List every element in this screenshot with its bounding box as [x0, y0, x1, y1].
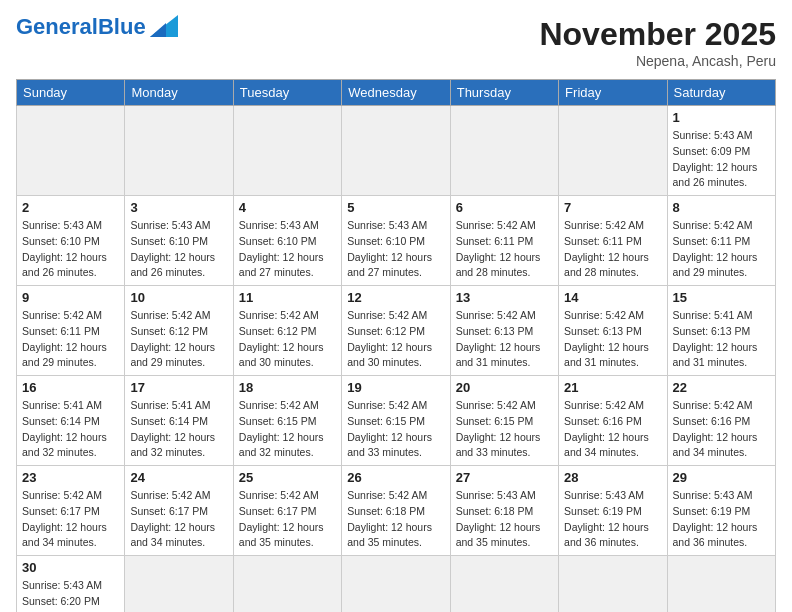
table-row: 27Sunrise: 5:43 AM Sunset: 6:18 PM Dayli…: [450, 466, 558, 556]
table-row: 4Sunrise: 5:43 AM Sunset: 6:10 PM Daylig…: [233, 196, 341, 286]
day-info: Sunrise: 5:42 AM Sunset: 6:18 PM Dayligh…: [347, 488, 444, 551]
day-info: Sunrise: 5:42 AM Sunset: 6:11 PM Dayligh…: [22, 308, 119, 371]
table-row: [125, 106, 233, 196]
day-info: Sunrise: 5:43 AM Sunset: 6:10 PM Dayligh…: [22, 218, 119, 281]
day-number: 6: [456, 200, 553, 215]
day-info: Sunrise: 5:42 AM Sunset: 6:11 PM Dayligh…: [564, 218, 661, 281]
day-info: Sunrise: 5:43 AM Sunset: 6:20 PM Dayligh…: [22, 578, 119, 612]
table-row: 9Sunrise: 5:42 AM Sunset: 6:11 PM Daylig…: [17, 286, 125, 376]
table-row: [125, 556, 233, 613]
logo: GeneralBlue: [16, 16, 178, 38]
day-number: 13: [456, 290, 553, 305]
table-row: [342, 106, 450, 196]
table-row: 17Sunrise: 5:41 AM Sunset: 6:14 PM Dayli…: [125, 376, 233, 466]
day-number: 8: [673, 200, 770, 215]
table-row: 16Sunrise: 5:41 AM Sunset: 6:14 PM Dayli…: [17, 376, 125, 466]
col-thursday: Thursday: [450, 80, 558, 106]
table-row: 1Sunrise: 5:43 AM Sunset: 6:09 PM Daylig…: [667, 106, 775, 196]
day-info: Sunrise: 5:42 AM Sunset: 6:17 PM Dayligh…: [130, 488, 227, 551]
day-number: 15: [673, 290, 770, 305]
day-info: Sunrise: 5:42 AM Sunset: 6:13 PM Dayligh…: [456, 308, 553, 371]
table-row: 15Sunrise: 5:41 AM Sunset: 6:13 PM Dayli…: [667, 286, 775, 376]
table-row: [233, 106, 341, 196]
logo-icon: [150, 15, 178, 37]
day-info: Sunrise: 5:42 AM Sunset: 6:11 PM Dayligh…: [673, 218, 770, 281]
logo-text: GeneralBlue: [16, 16, 146, 38]
day-info: Sunrise: 5:43 AM Sunset: 6:18 PM Dayligh…: [456, 488, 553, 551]
day-info: Sunrise: 5:41 AM Sunset: 6:14 PM Dayligh…: [22, 398, 119, 461]
calendar-row: 16Sunrise: 5:41 AM Sunset: 6:14 PM Dayli…: [17, 376, 776, 466]
day-info: Sunrise: 5:42 AM Sunset: 6:15 PM Dayligh…: [239, 398, 336, 461]
table-row: 22Sunrise: 5:42 AM Sunset: 6:16 PM Dayli…: [667, 376, 775, 466]
col-wednesday: Wednesday: [342, 80, 450, 106]
table-row: [450, 106, 558, 196]
day-info: Sunrise: 5:43 AM Sunset: 6:19 PM Dayligh…: [673, 488, 770, 551]
table-row: 18Sunrise: 5:42 AM Sunset: 6:15 PM Dayli…: [233, 376, 341, 466]
col-saturday: Saturday: [667, 80, 775, 106]
day-info: Sunrise: 5:43 AM Sunset: 6:10 PM Dayligh…: [130, 218, 227, 281]
day-number: 1: [673, 110, 770, 125]
day-number: 16: [22, 380, 119, 395]
table-row: 20Sunrise: 5:42 AM Sunset: 6:15 PM Dayli…: [450, 376, 558, 466]
table-row: 8Sunrise: 5:42 AM Sunset: 6:11 PM Daylig…: [667, 196, 775, 286]
table-row: 24Sunrise: 5:42 AM Sunset: 6:17 PM Dayli…: [125, 466, 233, 556]
table-row: 2Sunrise: 5:43 AM Sunset: 6:10 PM Daylig…: [17, 196, 125, 286]
day-info: Sunrise: 5:42 AM Sunset: 6:13 PM Dayligh…: [564, 308, 661, 371]
table-row: 10Sunrise: 5:42 AM Sunset: 6:12 PM Dayli…: [125, 286, 233, 376]
table-row: 25Sunrise: 5:42 AM Sunset: 6:17 PM Dayli…: [233, 466, 341, 556]
table-row: 26Sunrise: 5:42 AM Sunset: 6:18 PM Dayli…: [342, 466, 450, 556]
day-number: 10: [130, 290, 227, 305]
day-number: 9: [22, 290, 119, 305]
table-row: 14Sunrise: 5:42 AM Sunset: 6:13 PM Dayli…: [559, 286, 667, 376]
day-info: Sunrise: 5:43 AM Sunset: 6:09 PM Dayligh…: [673, 128, 770, 191]
day-number: 7: [564, 200, 661, 215]
day-info: Sunrise: 5:42 AM Sunset: 6:15 PM Dayligh…: [456, 398, 553, 461]
col-monday: Monday: [125, 80, 233, 106]
day-number: 26: [347, 470, 444, 485]
day-number: 12: [347, 290, 444, 305]
table-row: [450, 556, 558, 613]
calendar-table: Sunday Monday Tuesday Wednesday Thursday…: [16, 79, 776, 612]
day-number: 23: [22, 470, 119, 485]
table-row: 6Sunrise: 5:42 AM Sunset: 6:11 PM Daylig…: [450, 196, 558, 286]
day-number: 17: [130, 380, 227, 395]
table-row: [17, 106, 125, 196]
day-number: 19: [347, 380, 444, 395]
day-number: 20: [456, 380, 553, 395]
table-row: 5Sunrise: 5:43 AM Sunset: 6:10 PM Daylig…: [342, 196, 450, 286]
day-number: 3: [130, 200, 227, 215]
col-tuesday: Tuesday: [233, 80, 341, 106]
table-row: [559, 556, 667, 613]
page-header: GeneralBlue November 2025 Nepena, Ancash…: [16, 16, 776, 69]
day-info: Sunrise: 5:42 AM Sunset: 6:17 PM Dayligh…: [239, 488, 336, 551]
location: Nepena, Ancash, Peru: [539, 53, 776, 69]
month-title: November 2025: [539, 16, 776, 53]
table-row: [342, 556, 450, 613]
calendar-header-row: Sunday Monday Tuesday Wednesday Thursday…: [17, 80, 776, 106]
table-row: 30Sunrise: 5:43 AM Sunset: 6:20 PM Dayli…: [17, 556, 125, 613]
table-row: 7Sunrise: 5:42 AM Sunset: 6:11 PM Daylig…: [559, 196, 667, 286]
table-row: [233, 556, 341, 613]
calendar-row: 1Sunrise: 5:43 AM Sunset: 6:09 PM Daylig…: [17, 106, 776, 196]
day-info: Sunrise: 5:42 AM Sunset: 6:11 PM Dayligh…: [456, 218, 553, 281]
table-row: 29Sunrise: 5:43 AM Sunset: 6:19 PM Dayli…: [667, 466, 775, 556]
table-row: [667, 556, 775, 613]
table-row: 11Sunrise: 5:42 AM Sunset: 6:12 PM Dayli…: [233, 286, 341, 376]
calendar-row: 23Sunrise: 5:42 AM Sunset: 6:17 PM Dayli…: [17, 466, 776, 556]
calendar-row: 9Sunrise: 5:42 AM Sunset: 6:11 PM Daylig…: [17, 286, 776, 376]
day-number: 21: [564, 380, 661, 395]
table-row: 21Sunrise: 5:42 AM Sunset: 6:16 PM Dayli…: [559, 376, 667, 466]
col-sunday: Sunday: [17, 80, 125, 106]
day-number: 11: [239, 290, 336, 305]
day-info: Sunrise: 5:41 AM Sunset: 6:14 PM Dayligh…: [130, 398, 227, 461]
day-number: 4: [239, 200, 336, 215]
calendar-row: 30Sunrise: 5:43 AM Sunset: 6:20 PM Dayli…: [17, 556, 776, 613]
day-info: Sunrise: 5:42 AM Sunset: 6:16 PM Dayligh…: [673, 398, 770, 461]
day-info: Sunrise: 5:42 AM Sunset: 6:17 PM Dayligh…: [22, 488, 119, 551]
table-row: [559, 106, 667, 196]
calendar-row: 2Sunrise: 5:43 AM Sunset: 6:10 PM Daylig…: [17, 196, 776, 286]
day-number: 25: [239, 470, 336, 485]
day-info: Sunrise: 5:43 AM Sunset: 6:19 PM Dayligh…: [564, 488, 661, 551]
day-info: Sunrise: 5:41 AM Sunset: 6:13 PM Dayligh…: [673, 308, 770, 371]
day-info: Sunrise: 5:42 AM Sunset: 6:12 PM Dayligh…: [239, 308, 336, 371]
